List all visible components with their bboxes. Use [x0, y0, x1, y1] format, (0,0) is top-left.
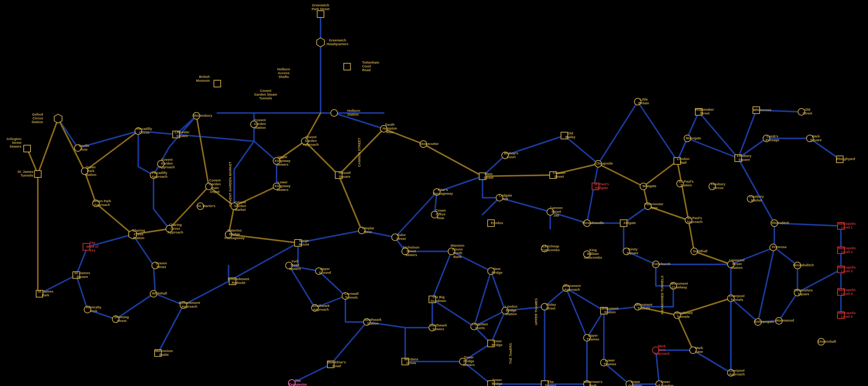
map-canvas: [0, 0, 868, 386]
